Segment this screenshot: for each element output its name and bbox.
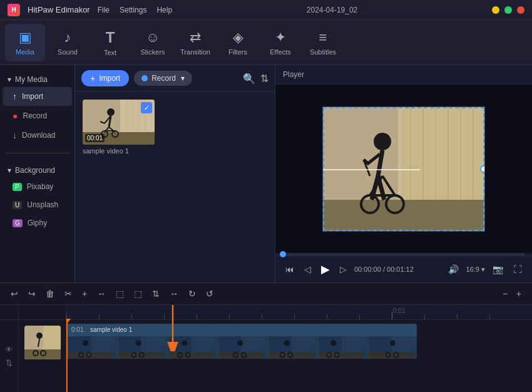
main-toolbar: ▣ Media ♪ Sound T Text ☺ Stickers ⇄ Tran… <box>0 20 532 65</box>
frame-7 <box>367 336 417 359</box>
time-total: 00:01:12 <box>387 266 414 273</box>
svg-rect-41 <box>91 336 114 352</box>
track-side-buttons: 👁 ⇅ <box>0 320 18 392</box>
video-clip[interactable]: 0:01 sample video 1 <box>66 324 417 359</box>
tool-media[interactable]: ▣ Media <box>5 24 45 61</box>
background-header[interactable]: ▾ Background <box>0 161 74 177</box>
zoom-out-button[interactable]: − <box>499 287 511 301</box>
sidebar-item-unsplash[interactable]: U Unsplash <box>3 196 72 214</box>
sidebar-divider <box>5 153 69 153</box>
step-forward-button[interactable]: ▷ <box>337 263 349 276</box>
resize-handle-right[interactable] <box>480 165 485 173</box>
my-media-header[interactable]: ▾ My Media <box>0 70 74 86</box>
eye-button[interactable]: 👁 <box>5 345 13 354</box>
fullscreen-button[interactable]: ⛶ <box>511 263 524 276</box>
video-track-row: 0:01 sample video 1 <box>66 320 532 365</box>
sidebar-item-record[interactable]: ● Record <box>3 106 72 125</box>
giphy-icon: G <box>13 219 23 227</box>
player-title: Player <box>283 70 304 79</box>
title-bar: H HitPaw Edimakor File Settings Help 202… <box>0 0 532 20</box>
sidebar-item-import-label: Import <box>22 92 43 101</box>
track-main-area: 0:01 <box>66 305 532 392</box>
maximize-button[interactable] <box>504 6 512 14</box>
redo-button[interactable]: ↪ <box>25 287 39 301</box>
tool-transition[interactable]: ⇄ Transition <box>175 24 215 61</box>
move-button[interactable]: ⇅ <box>6 358 13 368</box>
media-panel: + Import Record ▾ 🔍 ⇅ <box>75 65 275 282</box>
sidebar-item-pixabay[interactable]: P Pixabay <box>3 178 72 195</box>
media-toolbar: + Import Record ▾ 🔍 ⇅ <box>75 65 275 92</box>
menu-help[interactable]: Help <box>156 6 172 14</box>
svg-rect-65 <box>292 336 314 352</box>
effects-icon: ✦ <box>275 29 286 46</box>
player-video-content <box>323 107 484 231</box>
svg-point-73 <box>330 340 336 346</box>
tool-text[interactable]: T Text <box>90 24 130 61</box>
record-button[interactable]: Record ▾ <box>134 71 192 86</box>
zoom-controls: − + <box>499 287 524 301</box>
volume-button[interactable]: 🔊 <box>446 263 461 276</box>
filters-icon: ◈ <box>233 29 243 46</box>
rotate-right-button[interactable]: ↺ <box>203 287 217 301</box>
sidebar-item-giphy[interactable]: G Giphy <box>3 214 72 232</box>
tool-subtitles-label: Subtitles <box>310 48 336 56</box>
import-button[interactable]: + Import <box>81 70 129 86</box>
undo-button[interactable]: ↩ <box>8 287 21 301</box>
svg-rect-72 <box>319 352 364 359</box>
svg-point-79 <box>390 340 396 346</box>
timeline-area: ↩ ↪ 🗑 ✂ + ↔ ⬚ ⬚ ⇅ ↔ ↻ ↺ − + 👁 ⇅ <box>0 282 532 392</box>
timeline-content: 👁 ⇅ <box>0 305 532 392</box>
progress-dot[interactable] <box>280 251 286 257</box>
rotate-left-button[interactable]: ↻ <box>185 287 199 301</box>
screenshot-button[interactable]: 📷 <box>490 263 506 276</box>
sidebar-item-download[interactable]: ↓ Download <box>3 126 72 145</box>
track-thumb-svg <box>24 326 61 359</box>
sidebar-item-unsplash-label: Unsplash <box>27 200 58 209</box>
minimize-button[interactable] <box>492 6 499 14</box>
tool-effects-label: Effects <box>270 48 290 56</box>
app-name: HitPaw Edimakor <box>28 5 90 14</box>
tool-filters[interactable]: ◈ Filters <box>218 24 258 61</box>
progress-bar[interactable] <box>283 253 524 255</box>
ratio-button[interactable]: 16:9 ▾ <box>466 266 485 274</box>
clip-button[interactable]: ⬚ <box>131 287 145 301</box>
close-button[interactable] <box>517 6 524 14</box>
skip-back-button[interactable]: ⏮ <box>283 263 297 276</box>
tool-transition-label: Transition <box>180 48 210 56</box>
tool-effects[interactable]: ✦ Effects <box>260 24 300 61</box>
tool-stickers[interactable]: ☺ Stickers <box>133 24 173 61</box>
tool-subtitles[interactable]: ≡ Subtitles <box>303 24 343 61</box>
menu-settings[interactable]: Settings <box>120 6 146 14</box>
tool-sound[interactable]: ♪ Sound <box>48 24 88 61</box>
my-media-section: ▾ My Media ↑ Import ● Record ↓ Download <box>0 65 74 150</box>
ratio-label: 16:9 <box>466 266 479 273</box>
crop-button[interactable]: ⬚ <box>113 287 127 301</box>
search-button[interactable]: 🔍 <box>243 73 255 85</box>
zoom-in-button[interactable]: + <box>513 287 524 301</box>
download-icon: ↓ <box>13 130 17 140</box>
snap-button[interactable]: ↔ <box>94 287 109 301</box>
track-thumb-img <box>24 326 61 359</box>
timeline-ruler: 0:01 <box>66 305 532 320</box>
speed-button[interactable]: ↔ <box>166 287 182 301</box>
step-back-button[interactable]: ◁ <box>302 263 314 276</box>
split-button[interactable]: ✂ <box>61 287 75 301</box>
side-spacer <box>0 305 18 320</box>
svg-rect-78 <box>369 352 414 359</box>
media-item[interactable]: ✓ 00:01 sample video 1 <box>83 100 155 275</box>
unsplash-icon: U <box>13 201 22 209</box>
delete-button[interactable]: 🗑 <box>43 287 58 301</box>
svg-point-43 <box>83 340 88 346</box>
svg-rect-34 <box>43 326 61 349</box>
subtitles-icon: ≡ <box>319 29 327 46</box>
sidebar-item-import[interactable]: ↑ Import <box>3 87 72 106</box>
play-button[interactable]: ▶ <box>319 261 332 277</box>
add-button[interactable]: + <box>79 287 90 301</box>
audio-button[interactable]: ⇅ <box>149 287 163 301</box>
menu-file[interactable]: File <box>98 6 110 14</box>
playhead[interactable] <box>66 320 68 392</box>
sort-button[interactable]: ⇅ <box>260 73 269 85</box>
thumbnail: ✓ 00:01 <box>83 100 155 145</box>
timeline-toolbar: ↩ ↪ 🗑 ✂ + ↔ ⬚ ⬚ ⇅ ↔ ↻ ↺ − + <box>0 283 532 305</box>
media-item-name: sample video 1 <box>83 147 155 155</box>
